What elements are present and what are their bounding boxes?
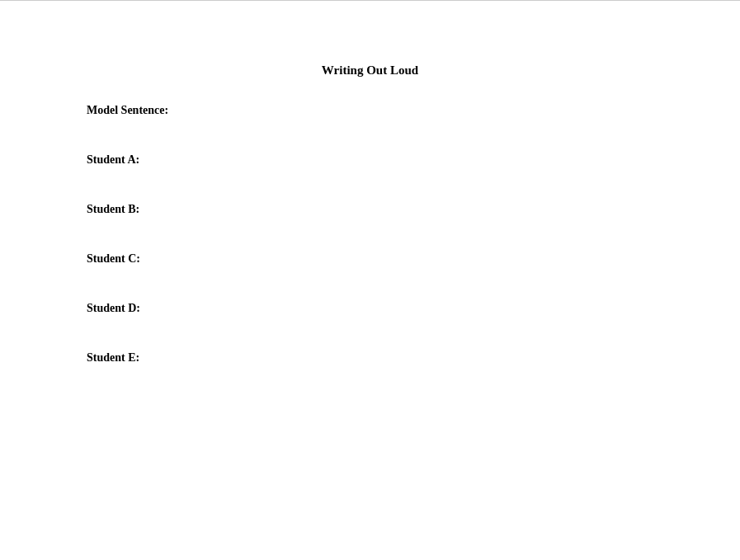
student-b-label: Student B:: [87, 203, 139, 215]
model-sentence-row: Model Sentence:: [87, 102, 691, 117]
title-container: Writing Out Loud: [0, 63, 740, 78]
student-b-row: Student B:: [87, 201, 691, 216]
student-e-label: Student E:: [87, 351, 139, 364]
student-e-row: Student E:: [87, 350, 691, 365]
student-a-label: Student A:: [87, 153, 139, 166]
student-a-row: Student A:: [87, 152, 691, 167]
page: Writing Out Loud Model Sentence: Student…: [0, 0, 740, 560]
student-c-label: Student C:: [87, 252, 140, 265]
student-d-label: Student D:: [87, 302, 140, 314]
page-title: Writing Out Loud: [322, 64, 418, 77]
student-c-row: Student C:: [87, 251, 691, 266]
model-sentence-label: Model Sentence:: [87, 104, 168, 116]
content-area: Model Sentence: Student A: Student B: St…: [0, 102, 740, 365]
student-d-row: Student D:: [87, 300, 691, 315]
